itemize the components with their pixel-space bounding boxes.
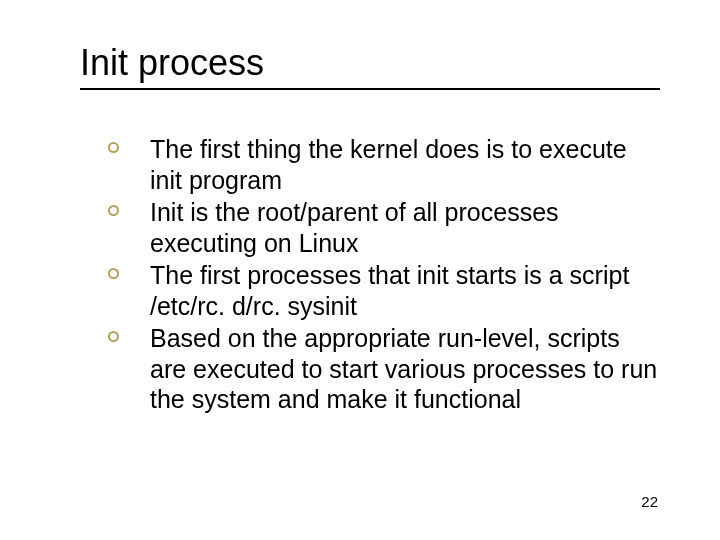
slide: Init process The first thing the kernel … <box>0 0 720 540</box>
page-number: 22 <box>641 493 658 510</box>
bullet-item: The first processes that init starts is … <box>108 260 660 321</box>
slide-title: Init process <box>80 42 660 84</box>
bullet-item: Based on the appropriate run-level, scri… <box>108 323 660 415</box>
bullet-item: The first thing the kernel does is to ex… <box>108 134 660 195</box>
title-underline <box>80 88 660 90</box>
bullet-item: Init is the root/parent of all processes… <box>108 197 660 258</box>
bullet-list: The first thing the kernel does is to ex… <box>80 134 660 415</box>
